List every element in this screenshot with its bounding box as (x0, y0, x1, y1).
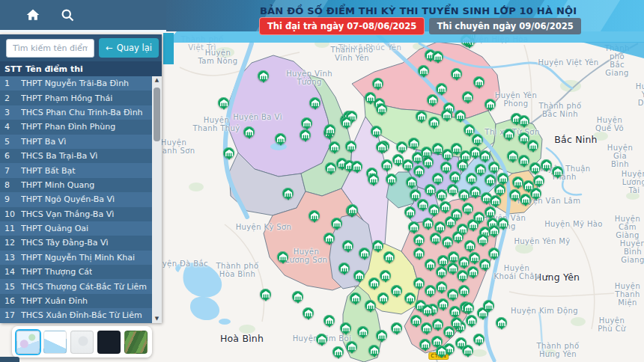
exam-site-marker[interactable] (391, 322, 402, 334)
exam-site-marker[interactable] (451, 68, 462, 79)
exam-site-marker[interactable] (437, 255, 449, 266)
exam-site-marker[interactable] (282, 188, 294, 199)
exam-site-marker[interactable] (473, 334, 484, 345)
exam-site-marker[interactable] (391, 285, 402, 296)
exam-site-marker[interactable] (357, 326, 368, 337)
exam-site-marker[interactable] (316, 334, 327, 345)
exam-site-marker[interactable] (473, 76, 484, 88)
exam-site-marker[interactable] (552, 166, 563, 177)
exam-site-marker[interactable] (437, 298, 449, 310)
exam-site-marker[interactable] (368, 174, 379, 185)
exam-site-marker[interactable] (422, 304, 433, 316)
exam-site-marker[interactable] (512, 177, 523, 188)
exam-site-marker[interactable] (350, 292, 361, 304)
exam-site-marker[interactable] (518, 115, 529, 126)
basemap-dark-thumbnail[interactable] (97, 331, 121, 354)
exam-site-marker[interactable] (376, 330, 387, 341)
search-icon[interactable] (60, 7, 75, 22)
exam-site-marker[interactable] (340, 322, 351, 334)
search-input[interactable] (6, 39, 94, 58)
exam-site-marker[interactable] (484, 99, 496, 110)
exam-site-marker[interactable] (457, 270, 468, 281)
exam-site-marker[interactable] (479, 150, 490, 162)
exam-site-row[interactable]: 5THPT Ba Vì (0, 135, 152, 149)
exam-site-marker[interactable] (530, 188, 541, 199)
exam-site-marker[interactable] (430, 233, 441, 244)
exam-site-marker[interactable] (445, 216, 456, 227)
exam-site-row[interactable]: 8THPT Minh Quang (0, 178, 152, 192)
exam-site-marker[interactable] (413, 277, 425, 289)
basemap-gray-thumbnail[interactable] (70, 331, 94, 354)
exam-site-marker[interactable] (353, 270, 365, 281)
back-button[interactable]: ← Quay lại (99, 38, 159, 58)
exam-site-marker[interactable] (404, 292, 416, 304)
exam-site-marker[interactable] (458, 285, 470, 296)
exam-site-marker[interactable] (447, 184, 458, 195)
specialized-exam-date-button[interactable]: Thi chuyên ngày 09/06/2025 (429, 18, 580, 34)
exam-site-marker[interactable] (408, 221, 419, 233)
exam-site-marker[interactable] (449, 306, 461, 317)
exam-site-marker[interactable] (408, 138, 419, 149)
exam-site-marker[interactable] (479, 259, 490, 270)
exam-site-marker[interactable] (507, 150, 518, 162)
exam-site-row[interactable]: 6THCS Ba Trại-Ba Vì (0, 149, 152, 163)
exam-site-marker[interactable] (477, 234, 488, 245)
exam-site-marker[interactable] (410, 315, 422, 326)
exam-site-marker[interactable] (428, 117, 440, 128)
exam-site-marker[interactable] (462, 345, 473, 356)
exam-site-marker[interactable] (258, 70, 269, 82)
exam-site-marker[interactable] (300, 129, 311, 141)
exam-site-marker[interactable] (520, 194, 531, 205)
exam-site-marker[interactable] (412, 152, 423, 163)
exam-site-row[interactable]: 9THPT Ngô Quyền-Ba Vì (0, 192, 152, 206)
exam-site-marker[interactable] (541, 159, 552, 171)
exam-site-marker[interactable] (441, 109, 452, 120)
exam-site-marker[interactable] (442, 236, 453, 248)
exam-site-marker[interactable] (503, 129, 514, 140)
exam-site-marker[interactable] (223, 147, 234, 159)
exam-site-marker[interactable] (347, 204, 358, 215)
basemap-light-thumbnail[interactable] (16, 331, 40, 354)
exam-site-row[interactable]: 10THCS Vạn Thắng-Ba Vì (0, 207, 152, 221)
exam-site-marker[interactable] (292, 291, 303, 302)
scroll-up-icon[interactable]: ▲ (155, 76, 159, 85)
exam-site-marker[interactable] (372, 240, 383, 251)
exam-site-marker[interactable] (329, 141, 340, 153)
exam-site-marker[interactable] (425, 259, 436, 270)
exam-site-row[interactable]: 2THPT Phạm Hồng Thái (0, 90, 152, 105)
exam-site-marker[interactable] (309, 210, 320, 221)
exam-site-row[interactable]: 4THPT Phan Đình Phùng (0, 120, 152, 134)
exam-site-marker[interactable] (470, 147, 481, 158)
exam-site-marker[interactable] (324, 124, 335, 135)
exam-site-marker[interactable] (432, 173, 443, 184)
exam-site-marker[interactable] (386, 174, 397, 185)
exam-site-marker[interactable] (309, 97, 321, 108)
exam-site-marker[interactable] (470, 186, 481, 197)
exam-site-marker[interactable] (425, 285, 436, 296)
exam-site-marker[interactable] (458, 189, 470, 200)
exam-site-marker[interactable] (475, 164, 486, 175)
exam-site-marker[interactable] (462, 91, 473, 102)
exam-site-marker[interactable] (303, 307, 314, 319)
scroll-down-icon[interactable]: ▼ (155, 315, 159, 323)
exam-site-marker[interactable] (380, 270, 391, 281)
exam-site-marker[interactable] (533, 175, 544, 186)
exam-site-marker[interactable] (416, 111, 427, 122)
exam-site-marker[interactable] (277, 251, 288, 263)
exam-site-marker[interactable] (365, 300, 376, 311)
exam-site-marker[interactable] (243, 126, 255, 138)
exam-site-row[interactable]: 16THPT Xuân Đỉnh (0, 294, 152, 308)
exam-site-marker[interactable] (447, 263, 458, 274)
exam-site-marker[interactable] (377, 292, 389, 304)
exam-site-marker[interactable] (381, 159, 392, 171)
exam-site-row[interactable]: 7THPT Bất Bạt (0, 163, 152, 177)
exam-site-marker[interactable] (529, 162, 541, 174)
exam-site-marker[interactable] (413, 165, 425, 177)
exam-site-marker[interactable] (396, 141, 407, 153)
exam-site-marker[interactable] (419, 339, 431, 350)
exam-site-marker[interactable] (338, 263, 350, 274)
exam-site-marker[interactable] (351, 161, 362, 172)
exam-site-marker[interactable] (463, 302, 474, 313)
exam-site-marker[interactable] (467, 266, 479, 277)
exam-site-marker[interactable] (413, 248, 425, 259)
